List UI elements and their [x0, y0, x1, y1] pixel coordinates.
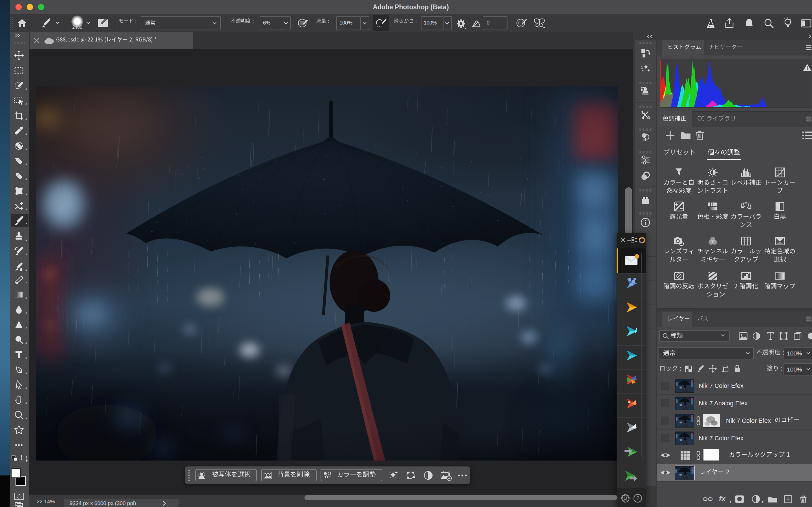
svg-text:?: ? [637, 496, 639, 501]
